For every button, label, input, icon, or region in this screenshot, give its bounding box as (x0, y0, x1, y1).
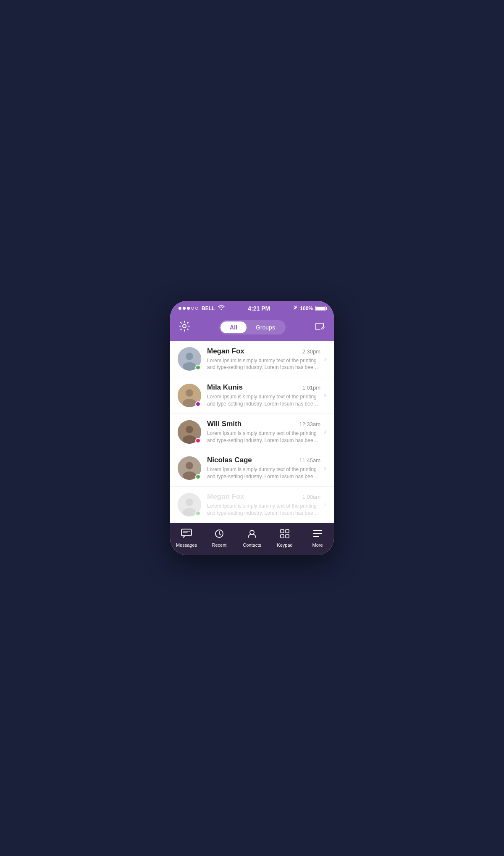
battery-icon (315, 306, 326, 311)
message-time: 12:33am (299, 421, 320, 427)
tab-recent-label: Recent (212, 543, 227, 548)
message-time: 1:01pm (302, 385, 320, 391)
svg-point-14 (186, 498, 193, 506)
tab-more[interactable]: More (305, 529, 330, 548)
contact-name: Megan Fox (207, 347, 244, 356)
compose-button[interactable] (315, 321, 326, 334)
keypad-icon (280, 529, 290, 540)
svg-rect-20 (286, 529, 289, 533)
svg-point-15 (183, 508, 196, 516)
wifi-icon (218, 305, 225, 311)
message-preview: Lorem Ipsum is simply dummy text of the … (207, 430, 320, 444)
message-preview: Lorem Ipsum is simply dummy text of the … (207, 503, 320, 517)
contact-name: Mila Kunis (207, 383, 243, 392)
message-time: 11:45am (299, 457, 320, 464)
svg-point-6 (183, 399, 196, 407)
tab-recent[interactable]: Recent (207, 529, 232, 548)
status-bar: BELL 4:21 PM 100% (170, 301, 334, 316)
app-header: All Groups (170, 316, 334, 341)
online-status-dot (195, 474, 201, 479)
signal-dot-1 (178, 307, 181, 310)
recent-icon (214, 529, 224, 540)
online-status-dot (195, 438, 201, 443)
svg-rect-16 (181, 529, 192, 536)
signal-dot-2 (183, 307, 186, 310)
bluetooth-icon (293, 305, 297, 312)
contact-name: Megan Fox (207, 493, 244, 501)
message-item[interactable]: Megan Fox 1:00am Lorem Ipsum is simply d… (170, 487, 334, 523)
online-status-dot (195, 365, 201, 370)
chevron-right-icon: › (324, 500, 326, 509)
message-content: Megan Fox 2:30pm Lorem Ipsum is simply d… (207, 347, 320, 371)
phone-frame: BELL 4:21 PM 100% (170, 301, 334, 556)
svg-point-11 (186, 462, 193, 469)
avatar-wrapper (178, 456, 201, 480)
contact-name: Nicolas Cage (207, 456, 252, 464)
tab-contacts-label: Contacts (243, 543, 261, 548)
tab-more-label: More (312, 543, 323, 548)
settings-button[interactable] (178, 320, 190, 334)
message-preview: Lorem Ipsum is simply dummy text of the … (207, 393, 320, 408)
tab-messages[interactable]: Messages (174, 529, 199, 548)
message-content: Will Smith 12:33am Lorem Ipsum is simply… (207, 420, 320, 444)
tab-bar: Messages Recent Contacts (170, 523, 334, 555)
tab-keypad-label: Keypad (277, 543, 292, 548)
avatar-wrapper (178, 384, 201, 407)
svg-point-5 (186, 389, 193, 397)
battery-percent: 100% (300, 306, 313, 311)
message-preview: Lorem Ipsum is simply dummy text of the … (207, 357, 320, 371)
contact-name: Will Smith (207, 420, 242, 428)
message-content: Mila Kunis 1:01pm Lorem Ipsum is simply … (207, 383, 320, 408)
tab-messages-label: Messages (176, 543, 197, 548)
message-content: Megan Fox 1:00am Lorem Ipsum is simply d… (207, 493, 320, 517)
svg-point-9 (183, 435, 196, 444)
status-left: BELL (178, 305, 225, 311)
svg-point-8 (186, 426, 193, 433)
svg-rect-23 (313, 530, 322, 531)
chevron-right-icon: › (324, 464, 326, 473)
message-time: 1:00am (302, 494, 320, 500)
filter-tabs: All Groups (219, 320, 286, 334)
message-time: 2:30pm (302, 348, 320, 355)
messages-icon (181, 529, 192, 540)
signal-dot-4 (191, 307, 194, 310)
avatar-wrapper (178, 493, 201, 516)
online-status-dot (195, 401, 201, 407)
message-content: Nicolas Cage 11:45am Lorem Ipsum is simp… (207, 456, 320, 480)
svg-rect-22 (286, 535, 289, 538)
signal-dot-3 (187, 307, 190, 310)
message-item[interactable]: Megan Fox 2:30pm Lorem Ipsum is simply d… (170, 341, 334, 378)
tab-all[interactable]: All (220, 321, 247, 333)
chevron-right-icon: › (324, 391, 326, 400)
chevron-right-icon: › (324, 427, 326, 436)
svg-point-12 (183, 471, 196, 480)
svg-rect-21 (281, 535, 284, 538)
online-status-dot (195, 511, 201, 516)
message-list: Megan Fox 2:30pm Lorem Ipsum is simply d… (170, 341, 334, 523)
more-icon (312, 529, 323, 540)
chevron-right-icon: › (324, 355, 326, 363)
carrier-name: BELL (202, 306, 215, 311)
signal-dot-5 (195, 307, 198, 310)
message-preview: Lorem Ipsum is simply dummy text of the … (207, 466, 320, 480)
svg-rect-19 (281, 529, 284, 533)
tab-contacts[interactable]: Contacts (239, 529, 265, 548)
svg-point-2 (186, 353, 193, 360)
tab-groups[interactable]: Groups (247, 321, 284, 333)
contacts-icon (247, 529, 257, 540)
message-item[interactable]: Will Smith 12:33am Lorem Ipsum is simply… (170, 414, 334, 450)
message-item[interactable]: Mila Kunis 1:01pm Lorem Ipsum is simply … (170, 377, 334, 414)
status-time: 4:21 PM (248, 305, 270, 312)
svg-point-0 (183, 324, 186, 328)
svg-rect-24 (313, 533, 322, 534)
avatar-wrapper (178, 347, 201, 371)
svg-rect-25 (313, 536, 319, 537)
status-right: 100% (293, 305, 326, 312)
tab-keypad[interactable]: Keypad (272, 529, 297, 548)
message-item[interactable]: Nicolas Cage 11:45am Lorem Ipsum is simp… (170, 450, 334, 487)
avatar-wrapper (178, 420, 201, 444)
svg-point-3 (183, 362, 196, 371)
